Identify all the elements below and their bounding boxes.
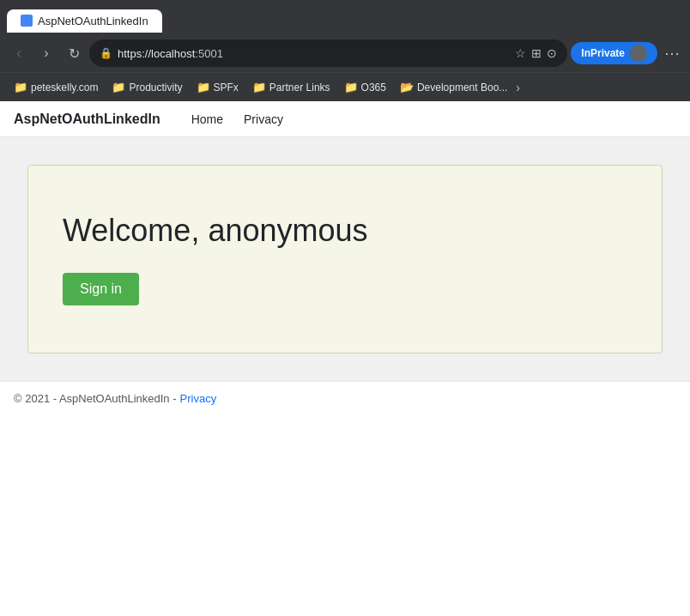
collection-icon[interactable]: ⊞ (531, 46, 542, 60)
footer-copyright: © 2021 - AspNetOAuthLinkedIn - (14, 392, 177, 405)
bookmark-label: SPFx (214, 82, 239, 94)
bookmark-peteskelly[interactable]: 📁 peteskelly.com (7, 77, 105, 97)
avatar (630, 45, 647, 62)
bookmark-productivity[interactable]: 📁 Productivity (105, 77, 189, 97)
footer-privacy-link[interactable]: Privacy (180, 392, 217, 405)
forward-button[interactable]: › (34, 41, 58, 65)
bookmark-label: peteskelly.com (31, 82, 98, 94)
bookmark-label: Partner Links (269, 82, 330, 94)
app-nav: Home Privacy (181, 106, 294, 133)
profile-icon[interactable]: ⊙ (547, 46, 557, 60)
tab-bar: AspNetOAuthLinkedIn (0, 0, 690, 34)
folder-icon: 📁 (252, 81, 266, 94)
page-footer: © 2021 - AspNetOAuthLinkedIn - Privacy (0, 381, 690, 415)
refresh-button[interactable]: ↻ (62, 41, 86, 65)
folder-icon: 📁 (14, 81, 27, 94)
bookmark-partner-links[interactable]: 📁 Partner Links (245, 77, 337, 97)
tab-favicon (21, 15, 33, 27)
page-wrapper: AspNetOAuthLinkedIn Home Privacy Welcome… (0, 101, 690, 616)
page-body: Welcome, anonymous Sign in (0, 137, 690, 381)
folder-icon: 📁 (197, 81, 210, 94)
more-button[interactable]: ⋯ (661, 44, 683, 63)
bookmarks-bar: 📁 peteskelly.com 📁 Productivity 📁 SPFx 📁… (0, 72, 690, 101)
url-port: :5001 (195, 47, 223, 60)
inprivate-button[interactable]: InPrivate (571, 42, 657, 64)
inprivate-label: InPrivate (581, 47, 625, 59)
navigation-bar: ‹ › ↻ 🔒 https://localhost:5001 ☆ ⊞ ⊙ InP… (0, 34, 690, 72)
bookmark-o365[interactable]: 📁 O365 (337, 77, 393, 97)
bookmark-dev-boo[interactable]: 📂 Development Boo... (393, 77, 514, 97)
folder-icon: 📂 (400, 81, 414, 94)
url-display: https://localhost:5001 (118, 47, 510, 60)
back-button[interactable]: ‹ (7, 41, 31, 65)
folder-icon: 📁 (344, 81, 358, 94)
folder-icon: 📁 (112, 81, 125, 94)
bookmark-spfx[interactable]: 📁 SPFx (190, 77, 245, 97)
nav-privacy[interactable]: Privacy (233, 106, 294, 133)
main-content-card: Welcome, anonymous Sign in (27, 165, 663, 353)
active-tab[interactable]: AspNetOAuthLinkedIn (7, 9, 162, 33)
address-bar-icons: ☆ ⊞ ⊙ (515, 46, 557, 60)
url-host: https://localhost (118, 47, 195, 60)
lock-icon: 🔒 (100, 47, 112, 59)
bookmark-label: O365 (361, 82, 386, 94)
welcome-heading: Welcome, anonymous (63, 213, 627, 249)
nav-home[interactable]: Home (181, 106, 233, 133)
app-header: AspNetOAuthLinkedIn Home Privacy (0, 101, 690, 137)
star-icon[interactable]: ☆ (515, 46, 526, 60)
address-bar[interactable]: 🔒 https://localhost:5001 ☆ ⊞ ⊙ (89, 39, 567, 67)
app-brand: AspNetOAuthLinkedIn (14, 112, 160, 127)
bookmark-label: Productivity (129, 82, 182, 94)
tab-title: AspNetOAuthLinkedIn (38, 15, 148, 27)
bookmark-label: Development Boo... (417, 82, 507, 94)
bookmarks-more-button[interactable]: › (516, 81, 520, 94)
signin-button[interactable]: Sign in (63, 273, 139, 305)
